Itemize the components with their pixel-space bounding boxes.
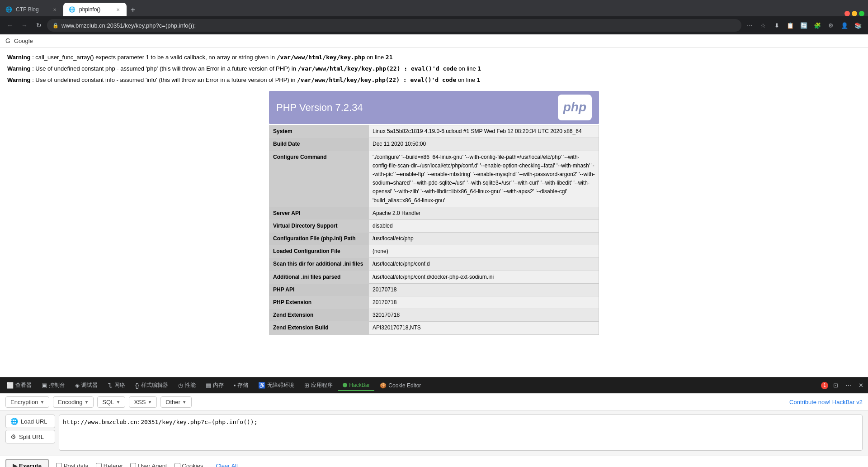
warning-text2-3: on line: [458, 76, 477, 83]
php-info-key-9: PHP API: [269, 283, 369, 296]
warning-line-1: 21: [386, 54, 393, 61]
php-info-key-11: Zend Extension: [269, 309, 369, 322]
debugger-icon: ◈: [75, 382, 80, 389]
warning-3: Warning : Use of undefined constant info…: [7, 76, 861, 85]
warning-label-3: Warning: [7, 76, 31, 83]
referer-checkbox[interactable]: Referer: [96, 462, 123, 467]
split-url-button[interactable]: ⚙ Split URL: [5, 430, 55, 443]
referer-input[interactable]: [96, 463, 102, 467]
post-data-input[interactable]: [56, 463, 62, 467]
user-agent-checkbox[interactable]: User Agent: [130, 462, 167, 467]
hackbar-panel: Encryption ▼ Encoding ▼ SQL ▼ XSS ▼ Othe…: [0, 393, 868, 467]
refresh-button[interactable]: ↻: [33, 19, 45, 32]
php-info-value-11: 320170718: [369, 309, 599, 322]
tab-favicon-active: 🌐: [69, 6, 75, 13]
warning-1: Warning : call_user_func_array() expects…: [7, 53, 861, 62]
settings-icon[interactable]: ⚙: [825, 19, 837, 32]
devtools-tab-cookie-editor[interactable]: 🍪 Cookie Editor: [375, 381, 425, 391]
browser-chrome: 🌐 CTF Blog ✕ 🌐 phpinfo() ✕ + ← → ↻ 🔒 www…: [0, 0, 868, 34]
warning-code-3: /var/www/html/key/key.php(22) : eval()'d…: [297, 76, 456, 83]
user-agent-input[interactable]: [130, 463, 136, 467]
devtools-tab-debugger[interactable]: ◈ 调试器: [71, 380, 102, 391]
sql-menu[interactable]: SQL ▼: [97, 396, 125, 408]
encryption-label: Encryption: [10, 399, 38, 405]
devtools-tab-console[interactable]: ▣ 控制台: [37, 380, 70, 391]
warning-line-3: 1: [477, 76, 481, 83]
app-programs-icon: ⊞: [304, 382, 309, 389]
url-input[interactable]: [59, 415, 863, 451]
devtools-tab-inspector[interactable]: ⬜ 查看器: [2, 380, 36, 391]
php-info-value-12: API320170718,NTS: [369, 322, 599, 334]
execute-button[interactable]: ▶ Execute: [5, 459, 49, 467]
hackbar-actions: 🌐 Load URL ⚙ Split URL: [5, 415, 55, 452]
php-info-value-7: /usr/local/etc/php/conf.d: [369, 258, 599, 271]
devtools-tab-app-programs[interactable]: ⊞ 应用程序: [300, 380, 337, 391]
style-editor-icon: {}: [135, 382, 139, 389]
window-minimize[interactable]: [844, 11, 850, 16]
window-maximize[interactable]: [852, 11, 857, 16]
other-menu[interactable]: Other ▼: [160, 396, 191, 408]
tab-ctf-blog[interactable]: 🌐 CTF Blog ✕: [0, 3, 63, 16]
forward-button[interactable]: →: [18, 19, 31, 32]
xss-menu[interactable]: XSS ▼: [129, 396, 157, 408]
php-logo-text: php: [563, 97, 586, 118]
clear-all-button[interactable]: Clear All: [210, 461, 243, 467]
php-info-table: SystemLinux 5a15b82c1819 4.19.0-6.ucloud…: [269, 125, 599, 334]
encoding-menu[interactable]: Encoding ▼: [53, 396, 94, 408]
download-icon[interactable]: ⬇: [770, 19, 783, 32]
devtools-right-controls: 1 ⊡ ⋯ ✕: [820, 380, 866, 391]
devtools-tab-accessibility[interactable]: ♿ 无障碍环境: [254, 380, 299, 391]
post-data-checkbox[interactable]: Post data: [56, 462, 89, 467]
inspector-label: 查看器: [15, 381, 32, 389]
history-icon[interactable]: 📋: [784, 19, 797, 32]
devtools-close-icon[interactable]: ✕: [855, 380, 866, 391]
php-info-value-6: (none): [369, 245, 599, 258]
devtools-tab-memory[interactable]: ▦ 内存: [201, 380, 228, 391]
address-bar[interactable]: 🔒 www.bmzclub.cn:20351/key/key.php?c=(ph…: [47, 19, 741, 32]
back-button[interactable]: ←: [4, 19, 16, 32]
url-display: www.bmzclub.cn:20351/key/key.php?c=(php.…: [61, 22, 736, 29]
devtools-tab-storage[interactable]: ▪ 存储: [229, 380, 253, 391]
load-url-label: Load URL: [21, 418, 47, 425]
warning-text2-1: on line: [367, 54, 386, 61]
console-label: 控制台: [49, 381, 65, 389]
cookies-input[interactable]: [175, 463, 180, 467]
devtools-bar: ⬜ 查看器 ▣ 控制台 ◈ 调试器 ⇅ 网络 {} 样式编辑器 ◷ 性能 ▦ 内…: [0, 377, 868, 393]
devtools-tab-hackbar[interactable]: HackBar: [338, 380, 374, 391]
cookies-checkbox[interactable]: Cookies: [175, 462, 203, 467]
star-icon[interactable]: ☆: [757, 19, 769, 32]
php-info-key-3: Server API: [269, 207, 369, 219]
sync-icon[interactable]: 🔄: [797, 19, 810, 32]
php-info-key-12: Zend Extension Build: [269, 322, 369, 334]
php-info-key-8: Additional .ini files parsed: [269, 271, 369, 283]
new-tab-button[interactable]: +: [127, 4, 139, 16]
cookies-label: Cookies: [182, 462, 203, 467]
devtools-tab-performance[interactable]: ◷ 性能: [174, 380, 200, 391]
php-info-key-5: Configuration File (php.ini) Path: [269, 233, 369, 245]
devtools-more-icon[interactable]: ⋯: [843, 380, 854, 391]
performance-icon: ◷: [178, 382, 183, 389]
load-url-button[interactable]: 🌐 Load URL: [5, 415, 55, 428]
devtools-tab-style-editor[interactable]: {} 样式编辑器: [131, 380, 173, 391]
app-programs-label: 应用程序: [311, 381, 333, 389]
split-url-label: Split URL: [19, 434, 44, 440]
php-info-value-8: /usr/local/etc/php/conf.d/docker-php-ext…: [369, 271, 599, 283]
bookmarks-bar-icon[interactable]: 📚: [852, 19, 864, 32]
php-info-key-10: PHP Extension: [269, 296, 369, 309]
extensions-icon[interactable]: 🧩: [811, 19, 824, 32]
window-close[interactable]: [859, 11, 864, 16]
tab-close-phpinfo[interactable]: ✕: [115, 6, 121, 13]
network-icon: ⇅: [108, 382, 113, 389]
lock-icon: 🔒: [52, 23, 59, 29]
tab-label-active: phpinfo(): [79, 6, 100, 13]
tab-close-ctf-blog[interactable]: ✕: [52, 6, 58, 13]
devtools-dock-icon[interactable]: ⊡: [830, 380, 841, 391]
account-icon[interactable]: 👤: [838, 19, 851, 32]
tab-phpinfo[interactable]: 🌐 phpinfo() ✕: [63, 3, 127, 16]
encryption-menu[interactable]: Encryption ▼: [5, 396, 49, 408]
hackbar-tab-label: HackBar: [349, 382, 370, 388]
network-label: 网络: [114, 381, 125, 389]
devtools-tab-network[interactable]: ⇅ 网络: [103, 380, 130, 391]
bookmarks-icon[interactable]: ⋯: [743, 19, 756, 32]
debugger-label: 调试器: [81, 381, 98, 389]
